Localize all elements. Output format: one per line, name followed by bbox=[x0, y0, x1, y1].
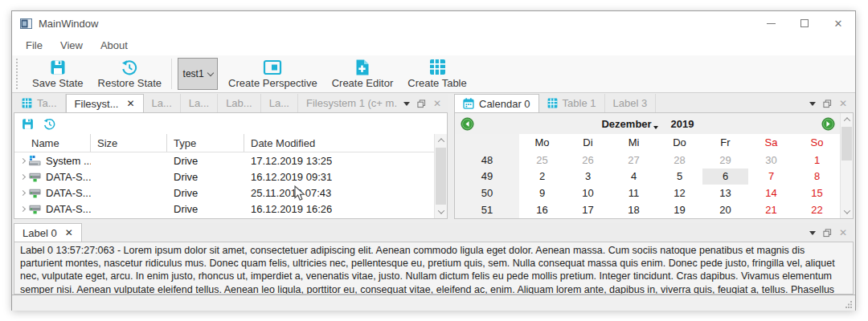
expander-icon[interactable] bbox=[21, 159, 25, 163]
perspective-combo[interactable]: test1 bbox=[178, 58, 218, 90]
day-cell[interactable]: 22 bbox=[794, 201, 840, 218]
filesystem-header[interactable]: Name Size Type Date Modified bbox=[14, 134, 447, 152]
year-spinner[interactable]: 2019 bbox=[671, 118, 694, 130]
expander-icon[interactable] bbox=[21, 207, 25, 211]
month-dropdown[interactable]: Dezember bbox=[601, 118, 657, 130]
column-date-modified[interactable]: Date Modified bbox=[244, 134, 447, 152]
day-cell[interactable]: 1 bbox=[794, 152, 840, 169]
save-state-button[interactable]: Save State bbox=[25, 56, 91, 91]
expander-icon[interactable] bbox=[21, 191, 25, 195]
day-cell[interactable]: 20 bbox=[702, 201, 748, 218]
toolbar-drag-handle[interactable] bbox=[16, 59, 20, 89]
tab-label-0[interactable]: Label 0 ✕ bbox=[14, 223, 82, 242]
close-dock-icon[interactable]: ✕ bbox=[433, 99, 441, 108]
create-perspective-button[interactable]: Create Perspective bbox=[221, 56, 325, 91]
table-icon bbox=[429, 59, 446, 75]
tab-close-icon[interactable]: ✕ bbox=[65, 227, 73, 238]
tab-table-0[interactable]: Ta... bbox=[14, 94, 66, 112]
scrollbar-thumb[interactable] bbox=[841, 127, 852, 160]
tab-label-0c[interactable]: Lab... bbox=[218, 94, 261, 112]
table-row[interactable]: System ... Drive 17.12.2019 13:25 bbox=[14, 152, 447, 169]
tab-label-0d[interactable]: La... bbox=[261, 94, 298, 112]
tab-filesystem-1[interactable]: Filesystem 1 (c+ m... bbox=[298, 94, 411, 112]
day-cell[interactable]: 10 bbox=[565, 185, 611, 201]
title-bar[interactable]: MainWindow ✕ bbox=[12, 11, 855, 35]
float-dock-icon[interactable] bbox=[823, 229, 832, 238]
day-cell[interactable]: 11 bbox=[611, 185, 657, 201]
day-cell[interactable]: 7 bbox=[748, 169, 794, 185]
day-cell[interactable]: 30 bbox=[748, 152, 794, 169]
scroll-up-icon[interactable] bbox=[435, 134, 447, 147]
expander-icon[interactable] bbox=[21, 175, 25, 179]
close-dock-icon[interactable]: ✕ bbox=[839, 228, 847, 238]
table-row[interactable]: DATA-S... Drive 16.12.2019 09:31 bbox=[14, 169, 447, 185]
restore-state-label: Restore State bbox=[98, 77, 162, 89]
scroll-down-icon[interactable] bbox=[841, 205, 853, 218]
restore-state-button[interactable]: Restore State bbox=[91, 56, 170, 91]
day-cell[interactable]: 9 bbox=[519, 185, 565, 201]
tab-calendar-0[interactable]: Calendar 0 bbox=[454, 94, 539, 113]
column-type[interactable]: Type bbox=[167, 134, 244, 152]
tab-table-1[interactable]: Table 1 bbox=[539, 94, 605, 112]
minimize-button[interactable] bbox=[754, 11, 788, 35]
file-modified: 16.12.2019 09:31 bbox=[244, 171, 447, 183]
week-number: 51 bbox=[455, 201, 519, 218]
day-cell[interactable]: 16 bbox=[519, 201, 565, 218]
scroll-up-icon[interactable] bbox=[841, 113, 853, 126]
calendar-scrollbar[interactable] bbox=[840, 113, 853, 218]
close-button[interactable]: ✕ bbox=[821, 11, 855, 35]
table-row[interactable]: DATA-S... Drive 16.12.2019 16:26 bbox=[14, 201, 447, 217]
tab-overflow-icon[interactable] bbox=[809, 102, 816, 106]
day-cell[interactable]: 12 bbox=[657, 185, 702, 201]
day-header: Do bbox=[657, 134, 702, 152]
tab-overflow-icon[interactable] bbox=[403, 102, 410, 106]
day-cell[interactable]: 14 bbox=[748, 185, 794, 201]
prev-month-icon[interactable] bbox=[461, 117, 474, 131]
day-cell[interactable]: 29 bbox=[702, 152, 748, 169]
maximize-button[interactable] bbox=[788, 11, 821, 35]
file-name: DATA-S... bbox=[46, 203, 91, 215]
day-cell[interactable]: 27 bbox=[611, 152, 657, 169]
tab-close-icon[interactable]: ✕ bbox=[126, 98, 134, 109]
day-cell[interactable]: 2 bbox=[519, 169, 565, 185]
vertical-splitter[interactable] bbox=[448, 94, 454, 219]
resize-grip-icon[interactable] bbox=[845, 300, 853, 308]
tab-label-3[interactable]: Label 3 bbox=[605, 94, 657, 112]
float-dock-icon[interactable] bbox=[417, 100, 426, 108]
save-icon[interactable] bbox=[22, 118, 34, 130]
float-dock-icon[interactable] bbox=[823, 100, 832, 108]
close-dock-icon[interactable]: ✕ bbox=[839, 99, 847, 108]
day-cell[interactable]: 28 bbox=[657, 152, 702, 169]
create-editor-button[interactable]: Create Editor bbox=[325, 56, 401, 91]
tab-overflow-icon[interactable] bbox=[809, 231, 816, 235]
day-cell[interactable]: 4 bbox=[611, 169, 657, 185]
chevron-down-icon bbox=[653, 126, 658, 129]
day-cell[interactable]: 3 bbox=[565, 169, 611, 185]
day-cell[interactable]: 26 bbox=[565, 152, 611, 169]
day-cell[interactable]: 15 bbox=[794, 185, 840, 201]
menu-about[interactable]: About bbox=[92, 39, 137, 51]
day-cell[interactable]: 21 bbox=[748, 201, 794, 218]
day-cell[interactable]: 8 bbox=[794, 169, 840, 185]
next-month-icon[interactable] bbox=[821, 117, 835, 131]
day-cell[interactable]: 18 bbox=[611, 201, 657, 218]
filesystem-scrollbar[interactable] bbox=[434, 134, 447, 218]
tab-filesystem-0[interactable]: Filesyst... ✕ bbox=[66, 94, 144, 113]
day-cell[interactable]: 13 bbox=[702, 185, 748, 201]
table-row[interactable]: DATA-S... Drive 25.11.2019 07:43 bbox=[14, 185, 447, 201]
scrollbar-thumb[interactable] bbox=[436, 148, 446, 205]
create-table-button[interactable]: Create Table bbox=[400, 56, 473, 91]
menu-file[interactable]: File bbox=[17, 39, 51, 51]
column-size[interactable]: Size bbox=[91, 134, 167, 152]
day-cell[interactable]: 25 bbox=[519, 152, 565, 169]
column-name[interactable]: Name bbox=[14, 134, 91, 152]
day-cell-selected[interactable]: 6 bbox=[702, 169, 748, 185]
menu-view[interactable]: View bbox=[51, 39, 92, 51]
scroll-down-icon[interactable] bbox=[435, 205, 447, 218]
day-cell[interactable]: 17 bbox=[565, 201, 611, 218]
day-cell[interactable]: 19 bbox=[657, 201, 702, 218]
tab-label-0a[interactable]: La... bbox=[144, 94, 181, 112]
day-cell[interactable]: 5 bbox=[657, 169, 702, 185]
restore-icon[interactable] bbox=[43, 118, 55, 130]
tab-label-0b[interactable]: La... bbox=[181, 94, 218, 112]
